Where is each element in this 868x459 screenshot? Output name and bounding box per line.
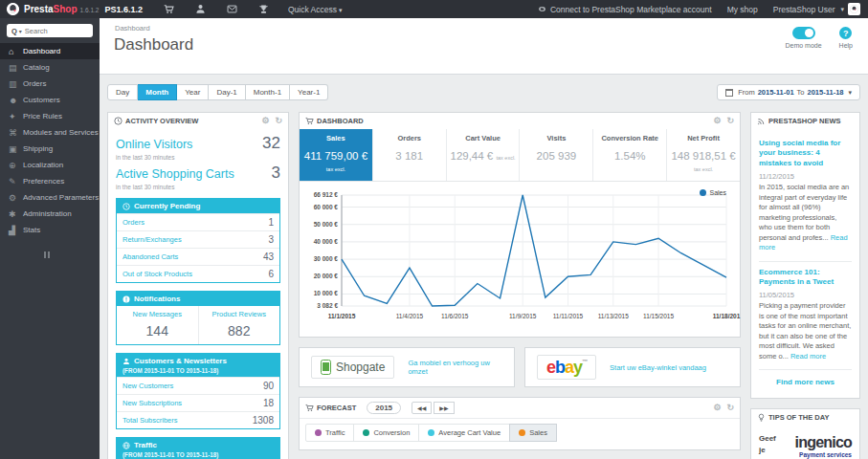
range-year-button[interactable]: Year [177,84,209,100]
date-range-picker[interactable]: From2015-11-01 To2015-11-18 ▾ [717,84,860,100]
sidebar-item-preferences[interactable]: ✎Preferences [0,173,100,189]
alert-icon [122,295,130,303]
demo-mode-toggle[interactable]: Demo mode [785,27,821,49]
new-customers-row[interactable]: New Customers90 [117,377,279,394]
online-visitors-link[interactable]: Online Visitors [116,138,192,151]
dashboard-panel: DASHBOARD ⚙↻ Sales411 759,00 € tax excl.… [299,112,741,338]
gear-icon[interactable]: ⚙ [713,404,721,412]
sidebar-item-administration[interactable]: ✱Administration [0,206,100,222]
sidebar-item-localization[interactable]: ⊕Localization [0,157,100,173]
customer-icon[interactable] [195,4,206,14]
refresh-icon[interactable]: ↻ [726,404,734,412]
new-subscriptions-row[interactable]: New Subscriptions18 [117,394,279,411]
sidebar-item-advanced-parameters[interactable]: ⚙Advanced Parameters [0,189,100,206]
range-day-1-button[interactable]: Day-1 [209,84,245,100]
refresh-icon[interactable]: ↻ [275,117,282,125]
shopgate-logo: Shopgate [311,356,394,379]
refresh-icon[interactable]: ↻ [726,117,734,125]
marketplace-link[interactable]: Connect to PrestaShop Marketplace accoun… [538,5,712,14]
pending-row-out-of-stock[interactable]: Out of Stock Products6 [117,265,279,282]
shopgate-link[interactable]: Ga mobiel en verhoog uw omzet [408,359,502,376]
chevron-down-icon: ▾ [19,28,22,34]
main-area: Dashboard Dashboard Demo mode ? Help Day… [100,18,868,459]
activity-overview-panel: ACTIVITY OVERVIEW ⚙↻ Online Visitors32 i… [107,112,289,459]
svg-text:11/13/2015: 11/13/2015 [598,313,629,319]
gear-icon[interactable]: ⚙ [713,117,721,125]
sidebar-item-price-rules[interactable]: ✦Price Rules [0,108,100,124]
pending-row-abandoned-carts[interactable]: Abandoned Carts43 [117,248,279,265]
avg-cart-dot-icon [428,429,434,436]
news-article: Ecommerce 101: Payments in a Tweet 11/05… [759,262,852,371]
active-carts-link[interactable]: Active Shopping Carts [116,167,234,181]
user-menu[interactable]: PrestaShop User▾ [773,3,860,15]
sidebar-item-dashboard[interactable]: ⌂Dashboard [0,43,100,59]
orders-icon: ▥ [9,79,23,89]
clock-icon [122,203,130,210]
find-more-news-link[interactable]: Find more news [759,370,852,392]
ebay-banner[interactable]: ebay™ Start uw eBay-winkel vandaag [524,347,741,387]
sidebar-item-modules[interactable]: ⌘Modules and Services [0,124,100,141]
tab-sales[interactable]: Sales [509,424,557,442]
range-month-1-button[interactable]: Month-1 [246,84,290,100]
help-button[interactable]: ? Help [839,27,853,49]
article-title-link[interactable]: Ecommerce 101: Payments in a Tweet [759,268,852,288]
product-reviews-cell[interactable]: Product Reviews882 [198,306,280,344]
shipping-icon: ▣ [9,144,23,154]
svg-text:66 912 €: 66 912 € [314,191,339,198]
new-messages-cell[interactable]: New Messages144 [117,306,198,344]
trophy-icon[interactable] [258,4,269,14]
stats-icon: ▟ [9,226,23,235]
sidebar-item-shipping[interactable]: ▣Shipping [0,141,100,157]
read-more-link[interactable]: Read more [790,352,826,361]
sales-chart: Sales 66 912 €60 000 €50 000 €40 000 €30… [300,182,740,337]
tab-conversion[interactable]: Conversion [353,424,419,442]
svg-text:11/15/2015: 11/15/2015 [643,313,674,319]
search-scope-selector[interactable]: Q [7,27,19,35]
sidebar-item-orders[interactable]: ▥Orders [0,76,100,92]
kpi-sales[interactable]: Sales411 759,00 € tax excl. [300,129,372,181]
legend-dot-icon [700,189,706,196]
previous-year-button[interactable]: ◀◀ [412,402,432,414]
news-article: Using social media for your business: 4 … [759,133,852,262]
sidebar-search[interactable]: Q ▾ [7,24,93,37]
total-subscribers-row[interactable]: Total Subscribers1308 [117,411,279,428]
chevron-down-icon: ▾ [848,89,852,97]
chart-legend[interactable]: Sales [700,189,726,196]
shopgate-banner[interactable]: Shopgate Ga mobiel en verhoog uw omzet [299,347,515,387]
ingenico-logo: ingenico Payment services [781,435,852,458]
prestashop-logo-icon[interactable] [7,3,19,15]
sidebar-item-catalog[interactable]: ▤Catalog [0,59,100,76]
date-filter-row: Day Month Year Day-1 Month-1 Year-1 From… [107,84,860,100]
ebay-link[interactable]: Start uw eBay-winkel vandaag [610,363,706,372]
range-month-button[interactable]: Month [138,84,177,100]
gear-icon[interactable]: ⚙ [261,117,269,125]
kpi-visits[interactable]: Visits205 939 [519,129,592,181]
quick-access-menu[interactable]: Quick Access▾ [288,5,343,14]
tab-average-cart-value[interactable]: Average Cart Value [418,424,510,442]
kpi-conversion-rate[interactable]: Conversion Rate1.54% [592,129,666,181]
range-button-group: Day Month Year Day-1 Month-1 Year-1 [107,84,328,100]
sidebar-collapse-button[interactable] [44,251,100,258]
toggle-on-icon[interactable] [792,27,815,39]
my-shop-link[interactable]: My shop [727,5,758,14]
range-day-button[interactable]: Day [107,84,138,100]
search-input[interactable] [25,27,75,35]
kpi-net-profit[interactable]: Net Profit148 918,51 € tax excl. [666,129,740,181]
forecast-year: 2015 [367,402,401,414]
pending-row-returns[interactable]: Return/Exchanges3 [117,230,279,248]
range-year-1-button[interactable]: Year-1 [290,84,328,100]
article-title-link[interactable]: Using social media for your business: 4 … [759,139,852,168]
kpi-orders[interactable]: Orders3 181 [372,129,446,181]
cart-icon[interactable] [164,4,174,14]
user-icon [122,358,130,365]
wrench-icon: ✎ [9,177,23,186]
next-year-button[interactable]: ▶▶ [434,402,454,414]
sidebar-item-stats[interactable]: ▟Stats [0,222,100,238]
online-visitors-value: 32 [262,134,280,153]
svg-text:3 082 €: 3 082 € [317,302,338,309]
messages-icon[interactable] [227,4,237,14]
pending-row-orders[interactable]: Orders1 [117,213,279,230]
sidebar-item-customers[interactable]: ☻Customers [0,92,100,108]
tab-traffic[interactable]: Traffic [305,424,354,442]
kpi-cart-value[interactable]: Cart Value129,44 € tax excl. [446,129,520,181]
